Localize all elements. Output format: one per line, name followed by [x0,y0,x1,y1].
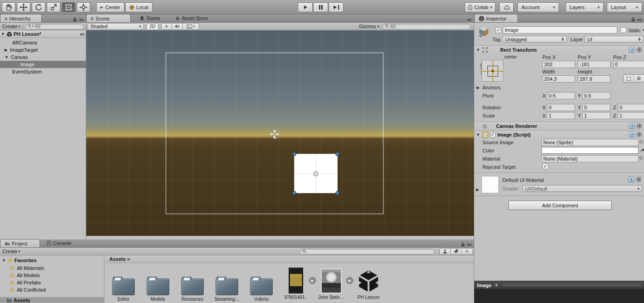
search-by-label-button[interactable] [451,249,462,254]
eyedropper-icon[interactable] [639,147,644,153]
add-component-button[interactable]: Add Component [508,200,612,210]
lock-icon[interactable] [461,242,465,247]
favorite-all-conflicted[interactable]: All Conflicted [10,286,46,293]
scene-search[interactable] [382,24,471,29]
layers-dropdown[interactable]: Layers▾ [565,2,604,12]
corner-handle-tr[interactable] [335,152,339,156]
material-foldout-icon[interactable]: ▶ [476,187,479,192]
asset-folder-streaming[interactable]: Streaming… [212,267,242,302]
space-mode-button[interactable]: Local [125,2,152,12]
help-icon[interactable]: ? [629,123,635,129]
rotation-y-field[interactable] [582,104,610,111]
tab-project[interactable]: Project [0,239,40,247]
corner-handle-bl[interactable] [292,191,296,195]
project-search-input[interactable] [308,249,432,254]
tab-hierarchy[interactable]: ≡ Hierarchy [0,14,42,22]
favorite-all-materials[interactable]: All Materials [10,264,44,272]
asset-folder-resources[interactable]: Resources [177,267,207,302]
step-button[interactable] [329,2,344,12]
help-icon[interactable]: ? [629,132,635,137]
panel-menu-icon[interactable]: ▾≡ [79,17,84,22]
hand-tool-button[interactable] [2,2,15,12]
move-tool-button[interactable] [17,2,30,12]
hierarchy-item-imagetarget[interactable]: ▶ImageTarget [0,46,86,54]
hierarchy-item-image[interactable]: Image [0,61,86,68]
project-search[interactable] [300,249,435,254]
cloud-button[interactable] [499,2,514,12]
hierarchy-search[interactable]: ▾ [25,24,84,29]
lock-icon[interactable] [73,17,77,22]
tab-console[interactable]: Console [43,239,75,247]
static-checkbox[interactable] [620,27,626,33]
gizmos-dropdown[interactable]: Gizmos▾ [359,24,379,29]
project-create-button[interactable]: Create▾ [0,249,23,254]
canvas-renderer-header[interactable]: ◎ Canvas Renderer ? [474,122,644,130]
scale-z-field[interactable] [618,112,644,119]
corner-handle-tl[interactable] [292,152,296,156]
scene-search-input[interactable] [390,24,468,29]
layer-dropdown[interactable]: UI [585,36,644,43]
preview-header[interactable]: Image [474,281,644,289]
rotate-tool-button[interactable] [32,2,45,12]
gameobject-name-field[interactable] [503,26,617,34]
corner-handle-br[interactable] [335,191,339,195]
asset-expand-button[interactable]: ▶ [309,277,316,284]
play-button[interactable] [298,2,313,12]
source-image-field[interactable]: None (Sprite) [541,139,639,146]
gameobject-cube-icon[interactable] [478,25,490,37]
tab-inspector[interactable]: i Inspector [474,14,518,22]
asset-scene-ph-lesson[interactable]: PH Lesson [354,265,383,300]
asset-folder-editor[interactable]: Editor [108,267,138,302]
tab-scene[interactable]: # Scene [86,14,131,22]
raw-edit-button[interactable]: R [634,75,644,82]
scene-foldout-icon[interactable]: ▼ [1,32,5,36]
foldout-expanded-icon[interactable]: ▼ [476,48,480,52]
gear-icon[interactable] [636,132,642,137]
shading-mode-dropdown[interactable]: Shaded▾ [88,23,144,30]
raycast-target-checkbox[interactable] [542,163,548,169]
help-icon[interactable]: ? [629,47,635,53]
gear-icon[interactable] [636,176,642,182]
blueprint-mode-button[interactable] [624,75,634,82]
object-picker-icon[interactable]: ⊙ [639,155,643,161]
anchor-preset-widget[interactable] [482,60,503,82]
hierarchy-search-input[interactable] [35,24,81,29]
breadcrumb[interactable]: Assets [109,256,126,262]
pos-z-field[interactable] [613,61,644,68]
pause-button[interactable] [313,2,328,12]
anchor-gizmo-icon[interactable] [269,129,280,140]
asset-expand-button[interactable]: ▶ [346,277,353,284]
material-swatch[interactable] [482,176,499,193]
gear-icon[interactable] [636,47,642,53]
lock-icon[interactable] [631,17,635,22]
rect-transform-header[interactable]: ▼ Rect Transform ? [474,45,644,54]
favorites-filter-button[interactable]: ★ [462,249,472,254]
scale-y-field[interactable] [582,112,610,119]
transform-tool-button[interactable] [77,2,90,12]
preview-drag-handle[interactable] [502,284,641,286]
layout-dropdown[interactable]: Layout▾ [607,2,642,12]
gear-icon[interactable] [636,123,642,129]
collab-dropdown[interactable]: ✓ Collab▾ [465,2,496,12]
tab-game[interactable]: Game [135,14,164,22]
image-script-header[interactable]: ▼ Image (Script) ? [474,130,644,138]
panel-menu-icon[interactable]: ▾≡ [637,17,642,22]
hierarchy-item-arcamera[interactable]: ARCamera [0,39,86,46]
foldout-collapsed-icon[interactable]: ▶ [5,48,8,52]
pos-y-field[interactable] [578,61,610,68]
component-enabled-checkbox[interactable] [490,132,496,137]
search-by-type-button[interactable] [440,249,451,254]
assets-root-row[interactable]: Assets [0,297,104,303]
material-field[interactable]: None (Material) [541,155,639,162]
selected-ui-image[interactable] [294,154,338,193]
asset-texture-book[interactable]: 97801401… [285,265,307,300]
scene-menu-icon[interactable]: ▾≡ [80,32,85,37]
asset-texture-portrait[interactable]: John Stein… [318,265,344,300]
rotation-x-field[interactable] [547,104,575,111]
effects-dropdown-button[interactable]: ▾ [183,23,199,30]
pivot-handle[interactable] [313,171,319,176]
scene-viewport[interactable] [86,30,474,236]
scale-tool-button[interactable] [47,2,60,12]
panel-menu-icon[interactable]: ▾≡ [467,242,472,247]
tag-dropdown[interactable]: Untagged [502,36,567,43]
